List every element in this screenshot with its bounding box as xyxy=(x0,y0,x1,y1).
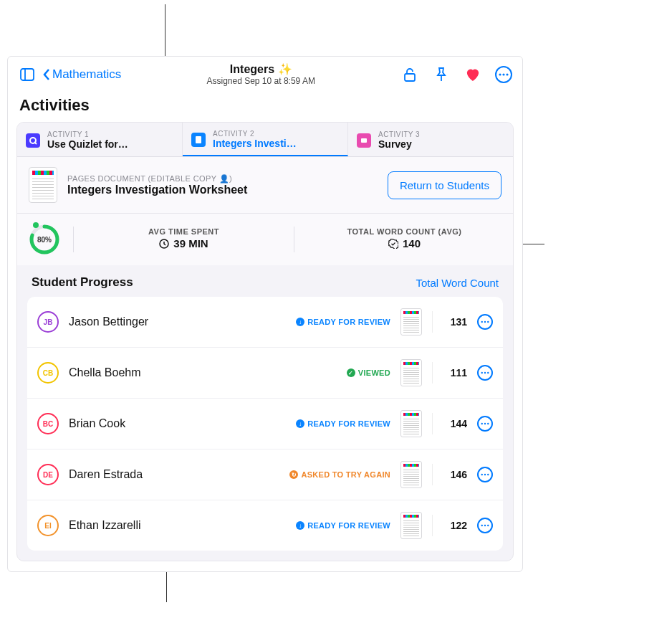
header-left: Mathematics xyxy=(18,65,121,84)
lock-icon[interactable] xyxy=(400,65,419,84)
status-icon: ✓ xyxy=(347,368,355,377)
row-more-button[interactable] xyxy=(477,314,493,330)
svg-point-28 xyxy=(487,525,489,526)
tab-overline: ACTIVITY 3 xyxy=(378,130,420,138)
favorite-icon[interactable] xyxy=(464,65,482,84)
submission-thumbnail[interactable] xyxy=(400,461,422,488)
word-count-value: 111 xyxy=(443,367,467,379)
quizlet-icon xyxy=(26,133,40,148)
svg-rect-0 xyxy=(21,69,34,80)
tab-label: Integers Investi… xyxy=(213,138,297,149)
tab-activity-2[interactable]: ACTIVITY 2 Integers Investi… xyxy=(183,123,348,156)
more-icon xyxy=(481,318,489,326)
avatar: JB xyxy=(37,311,59,333)
status-icon: ↓ xyxy=(296,318,304,326)
document-info: PAGES DOCUMENT (EDITABLE COPY 👤) Integer… xyxy=(67,174,378,196)
svg-rect-10 xyxy=(361,138,367,143)
status-badge: ↓READY FOR REVIEW xyxy=(296,419,390,428)
divider xyxy=(294,227,294,252)
student-progress-title: Student Progress xyxy=(32,275,133,290)
status-label: ASKED TO TRY AGAIN xyxy=(301,470,390,479)
more-button[interactable] xyxy=(495,66,512,83)
progress-ring: 80% xyxy=(29,224,60,255)
header-right xyxy=(400,65,512,84)
row-more-button[interactable] xyxy=(477,467,493,482)
student-progress-header: Student Progress Total Word Count xyxy=(17,265,513,297)
row-more-button[interactable] xyxy=(477,518,493,533)
svg-point-5 xyxy=(502,73,504,75)
status-icon: ↓ xyxy=(296,419,304,428)
student-row[interactable]: JBJason Bettinger↓READY FOR REVIEW131 xyxy=(27,297,503,348)
app-window: Mathematics Integers ✨ Assigned Sep 10 a… xyxy=(7,56,523,572)
status-label: READY FOR REVIEW xyxy=(307,318,390,326)
svg-point-22 xyxy=(487,423,489,424)
student-row[interactable]: EIEthan Izzarelli↓READY FOR REVIEW122 xyxy=(27,500,503,551)
student-row[interactable]: CBChella Boehm✓VIEWED111 xyxy=(27,348,503,399)
tab-activity-3[interactable]: ACTIVITY 3 Survey xyxy=(348,123,513,156)
student-name: Jason Bettinger xyxy=(69,315,286,328)
status-badge: ↓READY FOR REVIEW xyxy=(296,318,390,326)
student-name: Brian Cook xyxy=(69,417,286,430)
svg-point-27 xyxy=(484,525,486,526)
submission-thumbnail[interactable] xyxy=(400,512,422,539)
avatar: CB xyxy=(37,362,59,384)
progress-dot-icon xyxy=(33,222,39,228)
word-count-value: 122 xyxy=(443,520,467,531)
status-icon: ↓ xyxy=(296,521,304,530)
student-list: JBJason Bettinger↓READY FOR REVIEW131CBC… xyxy=(27,297,503,551)
document-thumbnail[interactable] xyxy=(29,167,57,203)
stat-value: 39 MIN xyxy=(159,237,208,249)
word-count-value: 146 xyxy=(443,469,467,480)
avatar: DE xyxy=(37,464,59,485)
status-badge: ✓VIEWED xyxy=(347,368,390,377)
header-center: Integers ✨ Assigned Sep 10 at 8:59 AM xyxy=(128,62,393,86)
svg-point-26 xyxy=(481,525,483,526)
sidebar-toggle-icon[interactable] xyxy=(18,65,37,84)
svg-point-16 xyxy=(487,321,489,323)
student-row[interactable]: DEDaren Estrada↻ASKED TO TRY AGAIN146 xyxy=(27,449,503,500)
row-more-button[interactable] xyxy=(477,365,493,381)
svg-rect-9 xyxy=(196,136,201,143)
divider xyxy=(432,362,433,384)
word-count-filter-link[interactable]: Total Word Count xyxy=(416,277,499,289)
survey-icon xyxy=(357,133,371,148)
section-title: Activities xyxy=(8,92,522,122)
more-icon xyxy=(481,368,489,377)
header-bar: Mathematics Integers ✨ Assigned Sep 10 a… xyxy=(8,57,522,92)
student-row[interactable]: BCBrian Cook↓READY FOR REVIEW144 xyxy=(27,399,503,449)
tab-label: Use Quizlet for… xyxy=(47,138,128,150)
svg-rect-2 xyxy=(405,74,415,81)
stat-word-count: TOTAL WORD COUNT (AVG) 140 xyxy=(307,227,501,252)
avatar: BC xyxy=(37,413,59,434)
submission-thumbnail[interactable] xyxy=(400,359,422,386)
svg-point-21 xyxy=(484,423,486,424)
row-more-button[interactable] xyxy=(477,416,493,432)
submission-thumbnail[interactable] xyxy=(400,308,422,336)
back-button[interactable]: Mathematics xyxy=(42,67,121,82)
return-to-students-button[interactable]: Return to Students xyxy=(388,171,501,199)
stat-avg-time: AVG TIME SPENT 39 MIN xyxy=(87,227,281,252)
more-icon xyxy=(481,419,489,428)
svg-point-23 xyxy=(481,474,483,475)
tab-overline: ACTIVITY 1 xyxy=(47,130,128,138)
divider xyxy=(432,464,433,485)
status-label: READY FOR REVIEW xyxy=(307,419,390,428)
badge-icon xyxy=(388,239,398,249)
tab-activity-1[interactable]: ACTIVITY 1 Use Quizlet for… xyxy=(17,123,183,156)
submission-thumbnail[interactable] xyxy=(400,410,422,437)
stat-label: AVG TIME SPENT xyxy=(87,227,281,236)
divider xyxy=(432,311,433,333)
status-label: VIEWED xyxy=(358,368,390,377)
back-label: Mathematics xyxy=(52,67,121,82)
divider xyxy=(432,413,433,434)
svg-point-25 xyxy=(487,474,489,475)
svg-point-24 xyxy=(484,474,486,475)
document-type-label: PAGES DOCUMENT (EDITABLE COPY 👤) xyxy=(67,174,378,184)
stat-label: TOTAL WORD COUNT (AVG) xyxy=(307,227,501,236)
status-icon: ↻ xyxy=(289,470,298,479)
more-icon xyxy=(481,521,489,530)
pin-icon[interactable] xyxy=(432,65,451,84)
word-count-value: 131 xyxy=(443,316,467,328)
activities-panel: ACTIVITY 1 Use Quizlet for… ACTIVITY 2 I… xyxy=(16,122,514,561)
svg-point-6 xyxy=(506,73,508,75)
